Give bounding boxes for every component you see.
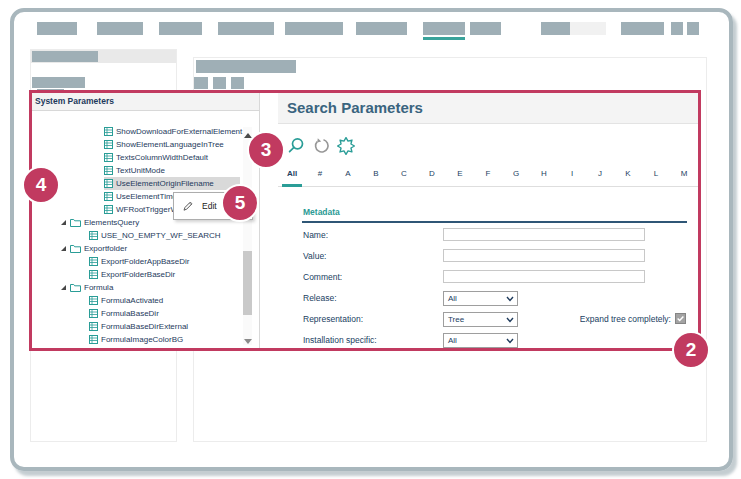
burst-star-icon[interactable] [337, 137, 355, 155]
tree-item[interactable]: ShowElementLanguageInTree [32, 138, 240, 151]
annotation-highlight-region: System Parameters ShowDo [29, 90, 701, 351]
alphabet-tab[interactable]: L [642, 164, 670, 186]
expand-tree-checkbox[interactable] [675, 313, 686, 324]
tree-item[interactable]: TextUnitMode [32, 164, 240, 177]
tree-item[interactable]: ShowDownloadForExternalElement [32, 125, 240, 138]
alphabet-tab[interactable]: G [502, 164, 530, 186]
tree-item[interactable]: FormulaImageColorBG [32, 333, 240, 346]
nav-placeholder[interactable] [470, 22, 501, 35]
tree-item-label: UseElementOriginFilename [116, 177, 214, 190]
tree-item[interactable]: Exportfolder [32, 242, 240, 255]
callout-badge-3: 3 [247, 131, 285, 169]
alphabet-tab[interactable]: All [278, 164, 306, 186]
tree-item[interactable]: TextsColumnWidthDefault [32, 151, 240, 164]
active-nav-underline [423, 37, 465, 40]
tree-item[interactable]: FormulaBaseDirExternal [32, 320, 240, 333]
parameter-table-icon [89, 322, 98, 331]
tree-item[interactable]: UseElementOriginFilename [32, 177, 240, 190]
nav-placeholder[interactable] [159, 22, 202, 35]
expanded-node-arrow-icon[interactable] [61, 220, 66, 225]
app-window: System Parameters ShowDo [0, 0, 741, 479]
tab-label: C [401, 169, 407, 178]
tree-item-label: ElementsQuery [84, 216, 139, 229]
tree-item-label: ShowDownloadForExternalElement [116, 125, 242, 138]
tree-item-label: FormulaActivated [101, 294, 163, 307]
alphabet-tab[interactable]: B [362, 164, 390, 186]
refresh-icon[interactable] [312, 137, 330, 155]
toolbar-button-placeholder[interactable] [231, 77, 244, 89]
nav-placeholder[interactable] [97, 22, 143, 35]
parameter-table-icon [104, 153, 113, 162]
tab-label: L [654, 169, 658, 178]
active-tab-underline [282, 184, 302, 187]
representation-select[interactable]: Tree [443, 312, 518, 327]
alphabet-tab[interactable]: # [306, 164, 334, 186]
comment-input[interactable] [443, 270, 645, 283]
tree-item[interactable]: FormulaActivated [32, 294, 240, 307]
search-parameters-title: Search Parameters [287, 99, 423, 116]
alphabet-tab[interactable]: M [670, 164, 698, 186]
value-input[interactable] [443, 249, 645, 262]
scroll-down-arrow-icon[interactable] [244, 339, 252, 344]
alphabet-tab[interactable]: H [530, 164, 558, 186]
tab-label: D [429, 169, 435, 178]
nav-placeholder[interactable] [621, 22, 664, 35]
tree-item-label: ExportFolderBaseDir [101, 268, 175, 281]
search-box-placeholder[interactable] [541, 22, 570, 35]
tree-item-label: TextUnitMode [116, 164, 165, 177]
nav-icon-placeholder[interactable] [671, 22, 683, 35]
nav-placeholder[interactable] [356, 22, 407, 35]
nav-placeholder-active[interactable] [423, 22, 465, 35]
parameter-table-icon [89, 335, 98, 344]
alphabet-tab[interactable]: F [474, 164, 502, 186]
nav-placeholder[interactable] [218, 22, 274, 35]
tree-item-label: USE_NO_EMPTY_WF_SEARCH [101, 229, 221, 242]
tree-item[interactable]: USE_NO_EMPTY_WF_SEARCH [32, 229, 240, 242]
search-parameters-panel: Search Parameters All [278, 93, 698, 348]
toolbar-button-placeholder[interactable] [194, 77, 208, 89]
folder-icon [70, 283, 81, 292]
alphabet-tab[interactable]: J [586, 164, 614, 186]
tree-item[interactable]: Formula [32, 281, 240, 294]
tree-item-label: FormulaImageColorBG [101, 333, 183, 346]
toolbar-button-placeholder[interactable] [213, 77, 226, 89]
expand-tree-label: Expand tree completely: [580, 314, 671, 324]
parameter-table-icon [89, 231, 98, 240]
parameter-table-icon [89, 296, 98, 305]
expanded-node-arrow-icon[interactable] [61, 246, 66, 251]
nav-icon-placeholder[interactable] [687, 22, 699, 35]
expanded-node-arrow-icon[interactable] [61, 285, 66, 290]
tree-item-label: FormulaBaseDirExternal [101, 320, 188, 333]
alphabet-tab[interactable]: K [614, 164, 642, 186]
installation-specific-select[interactable]: All [443, 333, 518, 348]
scrollbar-thumb[interactable] [243, 251, 252, 315]
alphabet-tab[interactable]: A [334, 164, 362, 186]
search-field-placeholder[interactable] [570, 22, 606, 35]
alphabet-tab[interactable]: I [558, 164, 586, 186]
parameter-tree: ShowDownloadForExternalElement [32, 125, 240, 346]
parameter-table-icon [89, 309, 98, 318]
tree-item[interactable]: ExportFolderBaseDir [32, 268, 240, 281]
name-input[interactable] [443, 228, 645, 241]
tab-label: F [486, 169, 491, 178]
release-select-value: All [448, 294, 457, 303]
chevron-down-icon [506, 317, 514, 323]
tree-item-label: Exportfolder [84, 242, 127, 255]
alphabet-tab[interactable]: D [418, 164, 446, 186]
release-select[interactable]: All [443, 291, 518, 306]
checkmark-icon [676, 314, 685, 323]
nav-placeholder[interactable] [285, 22, 343, 35]
tree-item[interactable]: ExportFolderAppBaseDir [32, 255, 240, 268]
search-icon[interactable] [287, 137, 305, 155]
alphabet-tab[interactable]: C [390, 164, 418, 186]
tree-item[interactable]: FormulaBaseDir [32, 307, 240, 320]
comment-label: Comment: [303, 272, 342, 282]
nav-placeholder[interactable] [37, 22, 77, 35]
system-parameters-panel: System Parameters ShowDo [32, 93, 260, 348]
alphabet-tab[interactable]: E [446, 164, 474, 186]
tab-label: All [287, 169, 297, 178]
pencil-icon [182, 200, 194, 212]
value-label: Value: [303, 251, 326, 261]
parameter-table-icon [104, 192, 113, 201]
tab-label: G [513, 169, 519, 178]
